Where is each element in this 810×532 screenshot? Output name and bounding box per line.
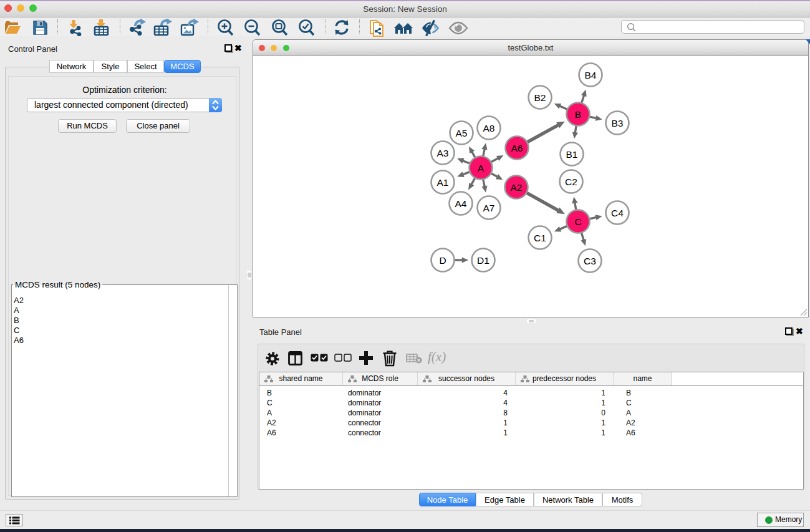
svg-text:C4: C4	[611, 208, 624, 218]
svg-text:A: A	[478, 163, 485, 173]
svg-text:A7: A7	[483, 203, 495, 213]
svg-text:D: D	[439, 255, 446, 266]
svg-text:A8: A8	[483, 123, 495, 133]
svg-text:A4: A4	[455, 198, 467, 209]
svg-text:B: B	[575, 109, 581, 120]
svg-text:B4: B4	[585, 70, 597, 80]
svg-text:C: C	[574, 216, 581, 227]
svg-text:B2: B2	[534, 92, 546, 103]
svg-text:A1: A1	[437, 177, 449, 188]
svg-text:A6: A6	[511, 143, 523, 153]
svg-text:D1: D1	[477, 255, 489, 266]
svg-text:B3: B3	[612, 118, 624, 128]
svg-text:C3: C3	[584, 256, 596, 266]
svg-text:C1: C1	[534, 233, 546, 243]
svg-text:B1: B1	[566, 149, 578, 160]
svg-text:C2: C2	[565, 177, 577, 187]
svg-text:A2: A2	[511, 182, 523, 193]
svg-text:A3: A3	[437, 148, 449, 158]
svg-text:A5: A5	[456, 128, 468, 138]
